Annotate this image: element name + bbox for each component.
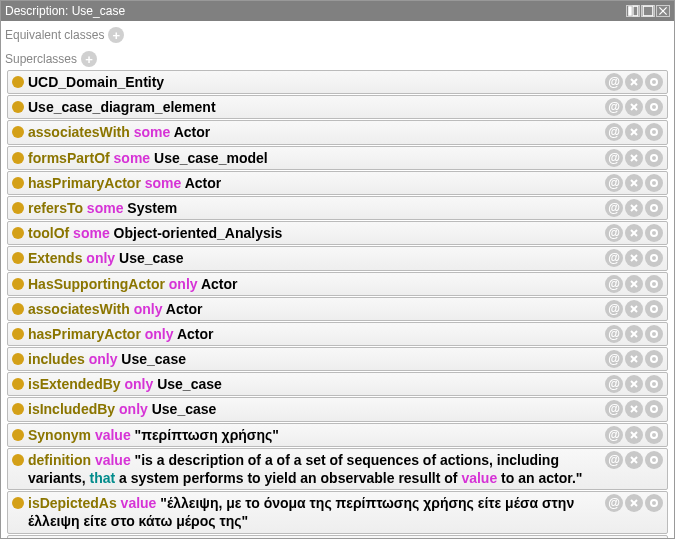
annotations-button[interactable]: @ (605, 350, 623, 368)
explain-button[interactable] (645, 249, 663, 267)
delete-button[interactable] (625, 98, 643, 116)
superclass-row[interactable]: associatesWith only Actor@ (7, 297, 668, 321)
equivalent-classes-header: Equivalent classes + (1, 21, 674, 45)
view-toggle-button[interactable] (626, 5, 640, 17)
superclass-row[interactable]: formsPartOf some Use_case_model@ (7, 146, 668, 170)
svg-point-40 (651, 356, 657, 362)
expression-text: Extends only Use_case (28, 249, 184, 267)
explain-button[interactable] (645, 275, 663, 293)
svg-point-46 (651, 406, 657, 412)
superclass-row[interactable]: isIncludedBy only Use_case@ (7, 397, 668, 421)
annotations-button[interactable]: @ (605, 426, 623, 444)
explain-button[interactable] (645, 224, 663, 242)
superclass-row[interactable]: hasPrimaryActor some Actor@ (7, 171, 668, 195)
explain-button[interactable] (645, 494, 663, 512)
explain-button[interactable] (645, 123, 663, 141)
explain-button[interactable] (645, 350, 663, 368)
explain-button[interactable] (645, 400, 663, 418)
expression-text: isDepictedAs value "έλλειψη, με το όνομα… (28, 494, 599, 530)
delete-button[interactable] (625, 426, 643, 444)
superclass-row[interactable]: toolOf some Object-oriented_Analysis@ (7, 221, 668, 245)
superclass-row[interactable]: Extends only Use_case@ (7, 246, 668, 270)
add-superclass-button[interactable]: + (81, 51, 97, 67)
annotations-button[interactable]: @ (605, 494, 623, 512)
class-bullet-icon (12, 76, 24, 88)
explain-button[interactable] (645, 375, 663, 393)
expression-text: isExtendedBy only Use_case (28, 375, 222, 393)
delete-button[interactable] (625, 451, 643, 469)
annotations-button[interactable]: @ (605, 300, 623, 318)
explain-button[interactable] (645, 325, 663, 343)
explain-button[interactable] (645, 73, 663, 91)
explain-button[interactable] (645, 199, 663, 217)
annotations-button[interactable]: @ (605, 224, 623, 242)
explain-button[interactable] (645, 426, 663, 444)
class-bullet-icon (12, 497, 24, 509)
annotations-button[interactable]: @ (605, 451, 623, 469)
superclass-row[interactable]: isDepictedAs value "έλλειψη, με το όνομα… (7, 491, 668, 533)
expression-text: includes only Use_case (28, 350, 186, 368)
annotations-button[interactable]: @ (605, 73, 623, 91)
superclass-row[interactable]: Use_case_diagram_element@ (7, 95, 668, 119)
explain-button[interactable] (645, 451, 663, 469)
svg-point-28 (651, 255, 657, 261)
close-button[interactable] (656, 5, 670, 17)
svg-rect-0 (628, 6, 632, 16)
delete-button[interactable] (625, 275, 643, 293)
superclass-row[interactable]: Synonym value "περίπτωση χρήσης"@ (7, 423, 668, 447)
class-bullet-icon (12, 202, 24, 214)
delete-button[interactable] (625, 494, 643, 512)
annotations-button[interactable]: @ (605, 123, 623, 141)
expression-text: associatesWith only Actor (28, 300, 202, 318)
annotations-button[interactable]: @ (605, 174, 623, 192)
panel-title: Description: Use_case (5, 4, 125, 18)
superclass-row[interactable]: includes only Use_case@ (7, 347, 668, 371)
superclass-row[interactable]: refersTo some System@ (7, 196, 668, 220)
maximize-button[interactable] (641, 5, 655, 17)
svg-rect-2 (643, 6, 653, 16)
add-equivalent-class-button[interactable]: + (108, 27, 124, 43)
explain-button[interactable] (645, 300, 663, 318)
delete-button[interactable] (625, 300, 643, 318)
explain-button[interactable] (645, 149, 663, 167)
superclass-row[interactable]: definition value "is a description of a … (7, 448, 668, 490)
superclass-row[interactable]: isExtendedBy only Use_case@ (7, 372, 668, 396)
delete-button[interactable] (625, 400, 643, 418)
delete-button[interactable] (625, 149, 643, 167)
delete-button[interactable] (625, 375, 643, 393)
expression-text: Use_case_diagram_element (28, 98, 216, 116)
class-bullet-icon (12, 126, 24, 138)
delete-button[interactable] (625, 249, 643, 267)
annotations-button[interactable]: @ (605, 199, 623, 217)
annotations-button[interactable]: @ (605, 98, 623, 116)
superclasses-header: Superclasses + (1, 45, 674, 69)
annotations-button[interactable]: @ (605, 375, 623, 393)
delete-button[interactable] (625, 199, 643, 217)
annotations-button[interactable]: @ (605, 400, 623, 418)
annotations-button[interactable]: @ (605, 149, 623, 167)
class-bullet-icon (12, 378, 24, 390)
delete-button[interactable] (625, 325, 643, 343)
svg-point-10 (651, 104, 657, 110)
svg-point-49 (651, 432, 657, 438)
explain-button[interactable] (645, 174, 663, 192)
superclass-row[interactable]: hasPrimaryActor only Actor@ (7, 322, 668, 346)
delete-button[interactable] (625, 350, 643, 368)
class-bullet-icon (12, 252, 24, 264)
superclass-row[interactable]: UCD_Domain_Entity@ (7, 70, 668, 94)
delete-button[interactable] (625, 224, 643, 242)
annotations-button[interactable]: @ (605, 275, 623, 293)
superclass-rows: UCD_Domain_Entity@Use_case_diagram_eleme… (1, 69, 674, 538)
explain-button[interactable] (645, 98, 663, 116)
superclass-row[interactable]: hasName exactly 1 Literal@ (7, 535, 668, 538)
expression-text: refersTo some System (28, 199, 177, 217)
delete-button[interactable] (625, 73, 643, 91)
superclass-row[interactable]: HasSupportingActor only Actor@ (7, 272, 668, 296)
superclasses-label: Superclasses (5, 52, 77, 66)
annotations-button[interactable]: @ (605, 325, 623, 343)
delete-button[interactable] (625, 174, 643, 192)
delete-button[interactable] (625, 123, 643, 141)
superclass-row[interactable]: associatesWith some Actor@ (7, 120, 668, 144)
annotations-button[interactable]: @ (605, 249, 623, 267)
class-bullet-icon (12, 429, 24, 441)
